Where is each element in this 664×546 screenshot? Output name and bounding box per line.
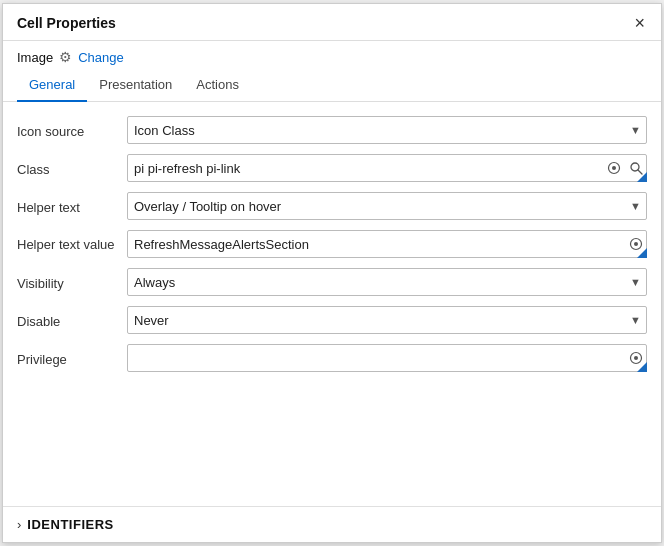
svg-point-5 [634,242,638,246]
helper-text-select[interactable]: Overlay / Tooltip on hover [127,192,647,220]
change-link[interactable]: Change [78,50,124,65]
visibility-control: Always ▼ [127,268,647,296]
visibility-row: Visibility Always ▼ [17,268,647,296]
dialog-title: Cell Properties [17,15,116,31]
tabs-bar: General Presentation Actions [3,65,661,102]
class-input[interactable] [127,154,647,182]
icon-source-control: Icon Class ▼ [127,116,647,144]
disable-label: Disable [17,312,127,329]
identifiers-section[interactable]: › IDENTIFIERS [3,506,661,542]
tab-presentation[interactable]: Presentation [87,71,184,102]
privilege-input[interactable] [127,344,647,372]
class-settings-icon[interactable] [603,159,625,177]
visibility-label: Visibility [17,274,127,291]
svg-point-1 [612,166,616,170]
dialog-subheader: Image ⚙ Change [3,41,661,65]
icon-source-label: Icon source [17,122,127,139]
privilege-label: Privilege [17,350,127,367]
disable-control: Never ▼ [127,306,647,334]
helper-text-value-corner-triangle [637,248,647,258]
dialog-header: Cell Properties × [3,4,661,41]
privilege-row: Privilege [17,344,647,372]
dialog-body: Icon source Icon Class ▼ Class [3,102,661,506]
helper-text-label: Helper text [17,198,127,215]
class-control [127,154,647,182]
tab-actions[interactable]: Actions [184,71,251,102]
privilege-control [127,344,647,372]
helper-text-row: Helper text Overlay / Tooltip on hover ▼ [17,192,647,220]
disable-select[interactable]: Never [127,306,647,334]
icon-source-select[interactable]: Icon Class [127,116,647,144]
visibility-select[interactable]: Always [127,268,647,296]
disable-row: Disable Never ▼ [17,306,647,334]
close-button[interactable]: × [632,14,647,32]
class-row: Class [17,154,647,182]
cell-properties-dialog: Cell Properties × Image ⚙ Change General… [2,3,662,543]
identifiers-label: IDENTIFIERS [27,517,113,532]
helper-text-value-label: Helper text value [17,235,127,254]
helper-text-control: Overlay / Tooltip on hover ▼ [127,192,647,220]
helper-text-value-input[interactable] [127,230,647,258]
icon-source-row: Icon source Icon Class ▼ [17,116,647,144]
tab-general[interactable]: General [17,71,87,102]
class-label: Class [17,160,127,177]
subheader-label: Image [17,50,53,65]
helper-text-value-control [127,230,647,258]
helper-text-value-row: Helper text value [17,230,647,258]
privilege-corner-triangle [637,362,647,372]
identifiers-chevron-icon: › [17,517,21,532]
class-corner-triangle [637,172,647,182]
svg-point-7 [634,356,638,360]
settings-icon: ⚙ [59,49,72,65]
